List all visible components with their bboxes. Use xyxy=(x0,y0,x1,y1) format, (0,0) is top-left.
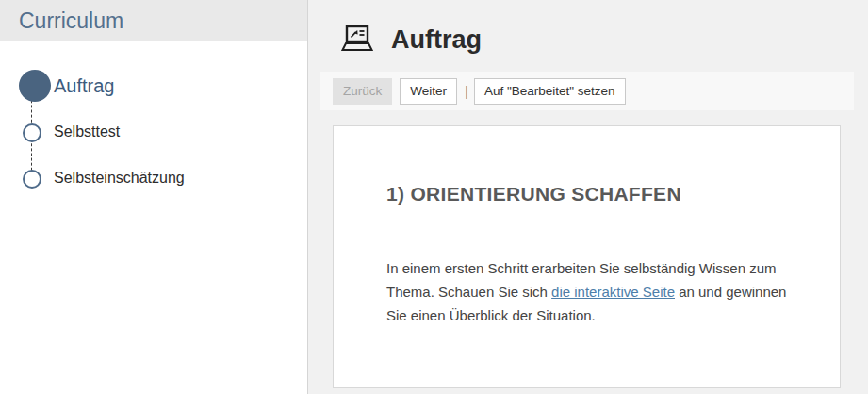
curriculum-stepper: Auftrag Selbsttest Selbsteinschätzung xyxy=(0,41,307,394)
sidebar-item-selbsttest[interactable]: Selbsttest xyxy=(54,123,120,141)
back-button[interactable]: Zurück xyxy=(333,78,392,105)
step-circle-selbsttest[interactable] xyxy=(23,123,41,142)
next-button[interactable]: Weiter xyxy=(400,78,457,105)
toolbar-separator: | xyxy=(465,83,468,99)
sidebar-item-selbsteinschaetzung[interactable]: Selbsteinschätzung xyxy=(54,169,185,188)
step-circle-active[interactable] xyxy=(19,70,51,102)
navigation-toolbar: Zurück Weiter | Auf "Bearbeitet" setzen xyxy=(320,72,854,110)
step-circle-selbsteinschaetzung[interactable] xyxy=(23,170,41,189)
interactive-page-link[interactable]: die interaktive Seite xyxy=(551,284,675,300)
sidebar-item-auftrag[interactable]: Auftrag xyxy=(54,74,114,98)
content-paragraph: In einem ersten Schritt erarbeiten Sie s… xyxy=(386,256,790,327)
main-content-area: Auftrag Zurück Weiter | Auf "Bearbeitet"… xyxy=(308,0,868,394)
mark-edited-button[interactable]: Auf "Bearbeitet" setzen xyxy=(474,78,626,105)
page-content-card: 1) ORIENTIERUNG SCHAFFEN In einem ersten… xyxy=(333,125,841,388)
page-title: Auftrag xyxy=(391,25,482,55)
learning-module-icon xyxy=(340,25,374,53)
curriculum-sidebar: Curriculum Auftrag Selbsttest Selbsteins… xyxy=(0,0,308,394)
content-heading: 1) ORIENTIERUNG SCHAFFEN xyxy=(386,183,681,205)
sidebar-title: Curriculum xyxy=(0,0,307,41)
